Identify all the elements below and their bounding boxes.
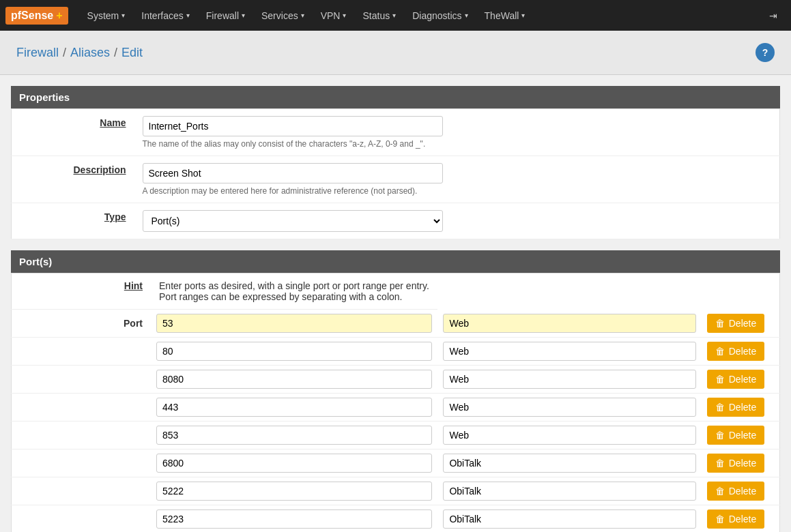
port-desc-1[interactable]: [443, 314, 695, 333]
port-input-cell-5: [151, 422, 437, 449]
port-input-cell-7: [151, 477, 437, 505]
port-desc-cell-7: [437, 477, 701, 505]
port-empty-label-8: [12, 505, 152, 533]
port-desc-4[interactable]: [443, 398, 695, 417]
port-desc-cell-2: [437, 338, 701, 366]
trash-icon: 🗑: [715, 402, 725, 413]
port-desc-cell-1: [437, 310, 701, 338]
nav-item-services[interactable]: Services ▾: [253, 0, 313, 31]
properties-form: Name The name of the alias may only cons…: [11, 108, 780, 239]
hint-label: Hint: [124, 280, 143, 291]
port-desc-3[interactable]: [443, 370, 695, 389]
breadcrumb-bar: Firewall / Aliases / Edit ?: [0, 31, 791, 75]
port-label-cell: Port: [12, 310, 152, 338]
port-action-cell-4: 🗑 Delete: [702, 394, 780, 422]
port-desc-5[interactable]: [443, 426, 695, 445]
trash-icon: 🗑: [715, 346, 725, 357]
help-button[interactable]: ?: [756, 43, 775, 62]
port-input-1[interactable]: [156, 314, 432, 333]
trash-icon: 🗑: [715, 486, 725, 497]
chevron-down-icon: ▾: [301, 12, 304, 19]
trash-icon: 🗑: [715, 318, 725, 329]
ports-form: Hint Enter ports as desired, with a sing…: [11, 273, 780, 532]
description-hint: A description may be entered here for ad…: [143, 186, 772, 196]
port-input-6[interactable]: [156, 454, 432, 473]
port-empty-label-4: [12, 394, 152, 422]
port-empty-label-5: [12, 422, 152, 449]
port-desc-cell-6: [437, 449, 701, 477]
properties-section-header: Properties: [11, 86, 780, 108]
name-input[interactable]: [143, 116, 443, 136]
brand[interactable]: pfSense +: [5, 7, 68, 25]
delete-label-1: Delete: [729, 318, 756, 329]
delete-label-6: Delete: [729, 458, 756, 469]
trash-icon: 🗑: [715, 430, 725, 441]
breadcrumb-edit: Edit: [121, 46, 143, 60]
port-input-5[interactable]: [156, 426, 432, 445]
logout-button[interactable]: ⇥: [761, 0, 786, 31]
type-label-cell: Type: [12, 203, 134, 239]
port-desc-7[interactable]: [443, 482, 695, 501]
brand-plus: +: [56, 10, 62, 22]
logout-icon: ⇥: [769, 10, 777, 21]
chevron-down-icon: ▾: [521, 12, 525, 19]
delete-button-5[interactable]: 🗑 Delete: [707, 426, 764, 445]
type-select[interactable]: Port(s) Host(s) Network(s): [143, 210, 443, 232]
breadcrumb-sep-1: /: [63, 46, 66, 60]
port-desc-cell-8: [437, 505, 701, 533]
delete-button-1[interactable]: 🗑 Delete: [707, 314, 764, 333]
nav-item-interfaces[interactable]: Interfaces ▾: [133, 0, 197, 31]
name-hint: The name of the alias may only consist o…: [143, 139, 772, 149]
port-row-3: 🗑 Delete: [12, 366, 780, 394]
description-label: Description: [73, 164, 126, 175]
type-row: Type Port(s) Host(s) Network(s): [12, 203, 780, 239]
hint-label-cell: Hint: [12, 274, 152, 310]
nav-item-system[interactable]: System ▾: [79, 0, 134, 31]
port-input-cell-4: [151, 394, 437, 422]
name-value-cell: The name of the alias may only consist o…: [134, 109, 780, 156]
delete-button-8[interactable]: 🗑 Delete: [707, 509, 764, 529]
port-action-cell-2: 🗑 Delete: [702, 338, 780, 366]
port-input-8[interactable]: [156, 509, 432, 529]
port-action-cell-5: 🗑 Delete: [702, 422, 780, 449]
port-empty-label-2: [12, 338, 152, 366]
nav-item-vpn[interactable]: VPN ▾: [313, 0, 355, 31]
port-input-7[interactable]: [156, 482, 432, 501]
delete-label-3: Delete: [729, 374, 756, 385]
delete-label-4: Delete: [729, 402, 756, 413]
breadcrumb-firewall[interactable]: Firewall: [16, 46, 59, 60]
delete-button-3[interactable]: 🗑 Delete: [707, 370, 764, 389]
port-desc-8[interactable]: [443, 509, 695, 529]
port-input-2[interactable]: [156, 342, 432, 361]
delete-button-7[interactable]: 🗑 Delete: [707, 482, 764, 501]
port-desc-2[interactable]: [443, 342, 695, 361]
port-input-4[interactable]: [156, 398, 432, 417]
chevron-down-icon: ▾: [242, 12, 245, 19]
delete-button-2[interactable]: 🗑 Delete: [707, 342, 764, 361]
port-action-cell-1: 🗑 Delete: [702, 310, 780, 338]
port-desc-6[interactable]: [443, 454, 695, 473]
nav-item-diagnostics[interactable]: Diagnostics ▾: [404, 0, 476, 31]
port-row: Port 🗑 Delete: [12, 310, 780, 338]
chevron-down-icon: ▾: [343, 12, 346, 19]
port-input-cell-8: [151, 505, 437, 533]
nav-item-thewall[interactable]: TheWall ▾: [476, 0, 534, 31]
nav-item-status[interactable]: Status ▾: [354, 0, 404, 31]
trash-icon: 🗑: [715, 374, 725, 385]
nav-item-firewall[interactable]: Firewall ▾: [198, 0, 253, 31]
port-action-cell-8: 🗑 Delete: [702, 505, 780, 533]
type-label: Type: [104, 211, 126, 222]
description-input[interactable]: [143, 163, 443, 183]
delete-label-8: Delete: [729, 514, 756, 524]
port-row-2: 🗑 Delete: [12, 338, 780, 366]
delete-button-4[interactable]: 🗑 Delete: [707, 398, 764, 417]
breadcrumb-aliases[interactable]: Aliases: [70, 46, 110, 60]
description-value-cell: A description may be entered here for ad…: [134, 156, 780, 203]
breadcrumb-sep-2: /: [114, 46, 117, 60]
port-input-cell-1: [151, 310, 437, 338]
delete-button-6[interactable]: 🗑 Delete: [707, 454, 764, 473]
port-input-3[interactable]: [156, 370, 432, 389]
brand-text: pfSense: [11, 10, 53, 22]
port-input-cell-6: [151, 449, 437, 477]
hint-text-cell: Enter ports as desired, with a single po…: [151, 274, 437, 310]
